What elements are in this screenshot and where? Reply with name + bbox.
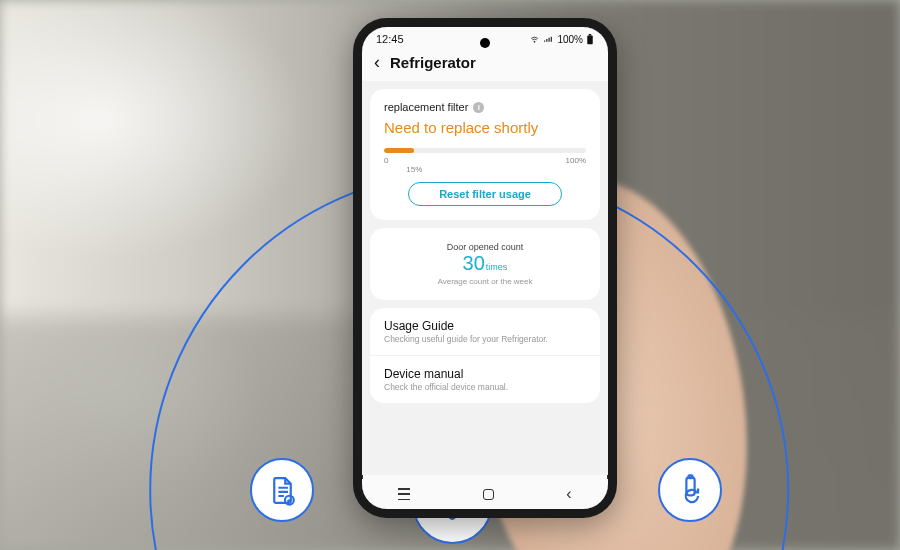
progress-fill xyxy=(384,148,414,153)
phone-frame: 12:45 100% ‹ Refrigerator replacement fi… xyxy=(353,18,617,518)
water-filter-refresh-icon xyxy=(674,474,707,507)
svg-rect-6 xyxy=(589,34,592,35)
door-count-value: 30 xyxy=(463,252,485,274)
document-check-badge xyxy=(250,458,314,522)
reset-filter-button[interactable]: Reset filter usage xyxy=(408,182,562,206)
svg-rect-5 xyxy=(587,35,593,44)
document-check-icon xyxy=(266,474,299,507)
screen-body[interactable]: replacement filter i Need to replace sho… xyxy=(362,81,608,475)
battery-text: 100% xyxy=(557,34,583,45)
camera-punch-hole xyxy=(480,38,490,48)
screen-header: ‹ Refrigerator xyxy=(362,47,608,81)
back-button[interactable]: ‹ xyxy=(374,53,380,71)
battery-icon xyxy=(586,34,594,45)
door-count-title: Door opened count xyxy=(380,242,590,252)
svg-point-4 xyxy=(534,41,535,42)
list-subtitle: Check the official device manual. xyxy=(384,382,586,392)
scale-min: 0 xyxy=(384,156,388,165)
door-count-card: Door opened count 30times Average count … xyxy=(370,228,600,300)
replacement-filter-card: replacement filter i Need to replace sho… xyxy=(370,89,600,220)
status-time: 12:45 xyxy=(376,33,404,45)
door-count-subtitle: Average count or the week xyxy=(380,277,590,286)
list-item-device-manual[interactable]: Device manual Check the official device … xyxy=(370,356,600,403)
status-right: 100% xyxy=(529,34,594,45)
info-icon[interactable]: i xyxy=(473,102,484,113)
signal-icon xyxy=(543,35,554,44)
nav-recent-button[interactable] xyxy=(398,488,410,500)
nav-home-button[interactable] xyxy=(483,489,494,500)
progress-track xyxy=(384,148,586,153)
guides-list: Usage Guide Checking useful guide for yo… xyxy=(370,308,600,403)
list-title: Usage Guide xyxy=(384,319,586,333)
door-count-unit: times xyxy=(486,262,508,272)
filter-label: replacement filter xyxy=(384,101,468,113)
list-subtitle: Checking useful guide for your Refrigera… xyxy=(384,334,586,344)
nav-back-button[interactable]: ‹ xyxy=(566,485,571,503)
filter-refresh-badge xyxy=(658,458,722,522)
wifi-status-icon xyxy=(529,35,540,44)
android-navbar: ‹ xyxy=(362,479,608,509)
filter-status-text: Need to replace shortly xyxy=(384,119,586,136)
scale-tick: 15% xyxy=(406,165,422,174)
scale-max: 100% xyxy=(566,156,586,165)
list-title: Device manual xyxy=(384,367,586,381)
filter-progress: 0 100% 15% xyxy=(384,148,586,168)
page-title: Refrigerator xyxy=(390,54,476,71)
list-item-usage-guide[interactable]: Usage Guide Checking useful guide for yo… xyxy=(370,308,600,356)
